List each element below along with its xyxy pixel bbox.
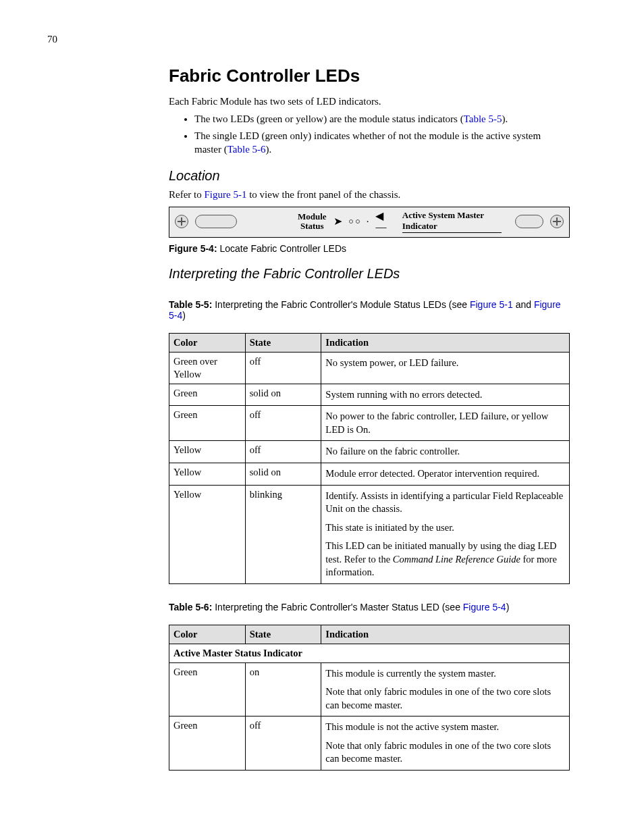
cell-state: off [245, 716, 321, 771]
cell-indication: No power to the fabric controller, LED f… [321, 406, 570, 441]
slot-shape [195, 215, 237, 228]
screw-icon [550, 215, 564, 228]
cell-indication: Module error detected. Operator interven… [321, 463, 570, 486]
xref-figure-5-1[interactable]: Figure 5-1 [470, 299, 513, 310]
table-5-6-caption: Table 5-6: Interpreting the Fabric Contr… [169, 602, 570, 613]
cell-color: Green [169, 384, 246, 406]
xref-table-5-5[interactable]: Table 5-5 [464, 113, 502, 124]
table-row: YellowoffNo failure on the fabric contro… [169, 441, 570, 463]
page-content: Fabric Controller LEDs Each Fabric Modul… [169, 66, 570, 771]
cell-color: Green [169, 716, 246, 771]
xref-figure-5-4[interactable]: Figure 5-4 [463, 602, 506, 613]
figure-5-4-panel: Module Status ➤ · ◀— Active System Maste… [169, 207, 570, 238]
table-row: Greensolid onSystem running with no erro… [169, 384, 570, 406]
cell-state: off [245, 353, 321, 384]
table-row: Green over YellowoffNo system power, or … [169, 353, 570, 384]
table-row: YellowblinkingIdentify. Assists in ident… [169, 485, 570, 583]
bullet-item: The single LED (green only) indicates wh… [194, 129, 570, 157]
arrow-right-icon: ➤ [333, 216, 342, 227]
th-state: State [245, 334, 321, 353]
cell-state: on [245, 662, 321, 716]
cell-state: solid on [245, 384, 321, 406]
cell-indication: This module is currently the system mast… [321, 662, 570, 716]
status-leds [349, 219, 360, 224]
table-row: Yellowsolid onModule error detected. Ope… [169, 463, 570, 486]
table-5-6: Color State Indication Active Master Sta… [169, 625, 570, 771]
table-5-5: Color State Indication Green over Yellow… [169, 333, 570, 584]
cell-color: Yellow [169, 485, 246, 583]
table-row: GreenoffNo power to the fabric controlle… [169, 406, 570, 441]
cell-state: off [245, 406, 321, 441]
cell-color: Yellow [169, 463, 246, 486]
location-paragraph: Refer to Figure 5-1 to view the front pa… [169, 188, 570, 201]
th-state: State [245, 625, 321, 644]
cell-color: Green [169, 662, 246, 716]
active-system-master-label: Active System Master Indicator [402, 210, 502, 233]
cell-indication: Identify. Assists in identifying a parti… [321, 485, 570, 583]
arrow-left-icon: ◀— [375, 211, 391, 232]
module-status-label: Module Status [298, 212, 327, 232]
intro-bullet-list: The two LEDs (green or yellow) are the m… [169, 112, 570, 156]
cell-state: blinking [245, 485, 321, 583]
cell-indication: System running with no errors detected. [321, 384, 570, 406]
intro-paragraph: Each Fabric Module has two sets of LED i… [169, 95, 570, 108]
bullet-item: The two LEDs (green or yellow) are the m… [194, 112, 570, 126]
cell-state: solid on [245, 463, 321, 486]
figure-5-4-caption: Figure 5-4: Locate Fabric Controller LED… [169, 243, 570, 254]
table-subheader-row: Active Master Status Indicator [169, 644, 570, 662]
xref-table-5-6[interactable]: Table 5-6 [227, 144, 266, 155]
th-indication: Indication [321, 625, 570, 644]
heading-location: Location [169, 168, 570, 184]
xref-figure-5-1[interactable]: Figure 5-1 [204, 189, 246, 200]
cell-color: Yellow [169, 441, 246, 463]
screw-icon [175, 215, 188, 228]
cell-color: Green [169, 406, 246, 441]
th-indication: Indication [321, 334, 570, 353]
cell-state: off [245, 441, 321, 463]
table-5-5-caption: Table 5-5: Interpreting the Fabric Contr… [169, 299, 570, 321]
th-color: Color [169, 334, 246, 353]
page-number: 70 [47, 34, 570, 45]
slot-shape [515, 215, 543, 228]
cell-indication: No failure on the fabric controller. [321, 441, 570, 463]
th-color: Color [169, 625, 246, 644]
cell-indication: No system power, or LED failure. [321, 353, 570, 384]
cell-indication: This module is not the active system mas… [321, 716, 570, 771]
table-row: GreenoffThis module is not the active sy… [169, 716, 570, 771]
heading-fabric-controller-leds: Fabric Controller LEDs [169, 66, 570, 86]
table-subheader: Active Master Status Indicator [169, 644, 570, 662]
cell-color: Green over Yellow [169, 353, 246, 384]
table-row: GreenonThis module is currently the syst… [169, 662, 570, 716]
heading-interpreting: Interpreting the Fabric Controller LEDs [169, 266, 570, 282]
